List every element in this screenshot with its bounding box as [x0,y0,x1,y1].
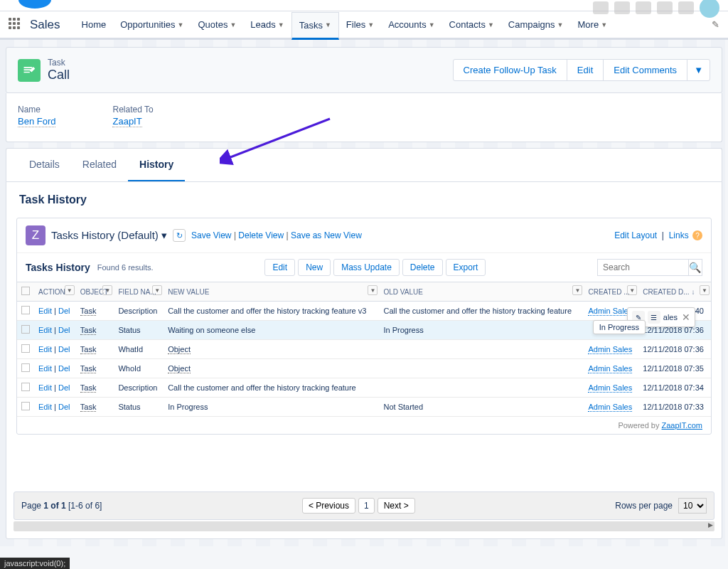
mass-update-button[interactable]: Mass Update [333,259,400,276]
edit-nav-icon[interactable]: ✎ [712,19,719,30]
del-row-link[interactable]: Del [58,326,70,334]
del-row-link[interactable]: Del [58,364,70,373]
del-row-link[interactable]: Del [58,307,70,315]
create-follow-up-task-button[interactable]: Create Follow-Up Task [453,59,567,81]
tab-history[interactable]: History [128,149,185,181]
del-row-link[interactable]: Del [58,345,70,353]
related-to-link[interactable]: ZaapIT [112,116,141,127]
setup-icon[interactable] [657,1,673,14]
column-header[interactable]: CREATED D... ↓▼ [638,282,711,302]
column-header[interactable]: ACTION▼ [34,282,76,302]
object-label: Task [48,58,70,68]
view-name[interactable]: Tasks History (Default) ▾ [51,229,167,242]
value-link[interactable]: Object [168,345,191,354]
column-menu-icon[interactable]: ▼ [627,285,637,295]
prev-page-button[interactable]: < Previous [302,498,355,514]
help-icon[interactable] [636,1,651,14]
column-header[interactable]: FIELD NA...▼ [114,282,164,302]
edit-row-link[interactable]: Edit [38,326,52,334]
object-link[interactable]: Task [80,364,97,373]
value-link[interactable]: Object [168,364,191,373]
user-link[interactable]: Admin Sales [588,307,632,316]
row-checkbox[interactable] [21,306,30,314]
tab-related[interactable]: Related [71,149,128,181]
delete-button[interactable]: Delete [402,259,443,276]
edit-row-link[interactable]: Edit [38,403,52,411]
edit-layout-link[interactable]: Edit Layout [614,230,657,240]
column-menu-icon[interactable]: ▼ [572,285,582,295]
next-page-button[interactable]: Next > [378,498,415,514]
rows-per-page-select[interactable]: 10 [678,498,707,514]
tab-details[interactable]: Details [18,149,71,181]
name-label: Name [18,105,55,115]
row-checkbox[interactable] [21,344,30,353]
highlights-panel: Task Call Create Follow-Up TaskEditEdit … [6,47,722,93]
powered-by-link[interactable]: ZaapIT.com [662,421,702,430]
del-row-link[interactable]: Del [58,383,70,392]
save-as-new-view-link[interactable]: Save as New View [291,230,362,240]
object-link[interactable]: Task [80,383,97,393]
nav-item-campaigns[interactable]: Campaigns ▼ [501,12,571,40]
close-popup-icon[interactable]: ✕ [682,312,690,323]
avatar[interactable] [700,0,719,18]
edit-row-link[interactable]: Edit [38,307,52,315]
nav-item-quotes[interactable]: Quotes ▼ [191,12,243,40]
refresh-icon[interactable]: ↻ [173,229,186,242]
column-menu-icon[interactable]: ▼ [368,285,378,295]
search-icon[interactable]: 🔍 [688,260,702,275]
app-name: Sales [30,18,60,32]
nav-item-tasks[interactable]: Tasks ▼ [291,12,339,40]
column-header[interactable]: CREATED ...▼ [584,282,638,302]
column-header[interactable]: OBJECT▼ [76,282,114,302]
nav-item-home[interactable]: Home [75,12,114,40]
status-bar: javascript:void(0); [0,558,70,569]
edit-row-link[interactable]: Edit [38,364,52,373]
global-action-icon[interactable] [614,1,630,14]
nav-item-files[interactable]: Files ▼ [339,12,381,40]
row-checkbox[interactable] [21,402,30,410]
object-link[interactable]: Task [80,326,97,335]
object-link[interactable]: Task [80,403,97,412]
object-link[interactable]: Task [80,345,97,354]
row-checkbox[interactable] [21,383,30,391]
user-link[interactable]: Admin Sales [588,383,632,393]
column-menu-icon[interactable]: ▼ [700,285,710,295]
select-cell-icon[interactable]: ☰ [648,311,660,324]
user-link[interactable]: Admin Sales [588,364,632,373]
column-menu-icon[interactable]: ▼ [152,285,162,295]
search-input[interactable] [601,260,688,275]
user-link[interactable]: Admin Sales [588,345,632,354]
select-all-checkbox[interactable] [21,287,30,295]
edit-button[interactable]: Edit [567,59,604,81]
notification-icon[interactable] [678,1,694,14]
del-row-link[interactable]: Del [58,403,70,411]
name-link[interactable]: Ben Ford [18,116,55,127]
delete-view-link[interactable]: Delete View [238,230,284,240]
row-checkbox[interactable] [21,363,30,372]
save-view-link[interactable]: Save View [191,230,231,240]
nav-item-contacts[interactable]: Contacts ▼ [442,12,501,40]
more-actions-button[interactable]: ▼ [687,59,710,81]
nav-item-opportunities[interactable]: Opportunities ▼ [113,12,191,40]
edit-row-link[interactable]: Edit [38,383,52,392]
new-button[interactable]: New [298,259,331,276]
edit-comments-button[interactable]: Edit Comments [603,59,687,81]
favorite-icon[interactable] [593,1,609,14]
column-menu-icon[interactable]: ▼ [65,285,75,295]
column-header[interactable]: OLD VALUE▼ [379,282,584,302]
edit-row-link[interactable]: Edit [38,345,52,353]
links-link[interactable]: Links [669,230,689,240]
chevron-down-icon: ▼ [429,21,435,28]
nav-item-leads[interactable]: Leads ▼ [243,12,291,40]
app-launcher-icon[interactable] [9,18,23,32]
edit-button[interactable]: Edit [264,259,295,276]
object-link[interactable]: Task [80,307,97,316]
help-icon[interactable]: ? [692,230,702,240]
nav-item-accounts[interactable]: Accounts ▼ [381,12,441,40]
export-button[interactable]: Export [446,259,486,276]
row-checkbox[interactable] [21,325,30,334]
horizontal-scrollbar[interactable] [14,521,714,531]
user-link[interactable]: Admin Sales [588,403,632,412]
column-menu-icon[interactable]: ▼ [102,285,112,295]
column-header[interactable]: NEW VALUE▼ [164,282,379,302]
